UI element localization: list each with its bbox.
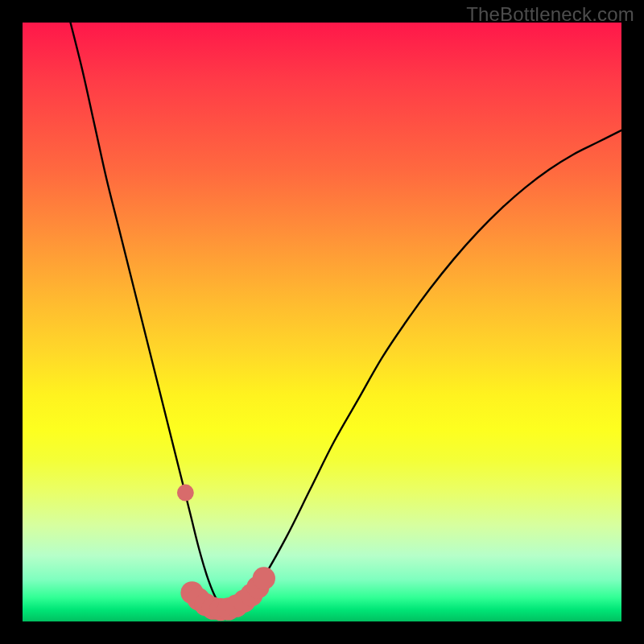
curve-overlay xyxy=(23,23,621,621)
highlight-dots xyxy=(177,485,275,621)
highlight-dot xyxy=(253,567,275,589)
highlight-dot xyxy=(177,485,194,502)
bottleneck-curve xyxy=(71,23,621,610)
